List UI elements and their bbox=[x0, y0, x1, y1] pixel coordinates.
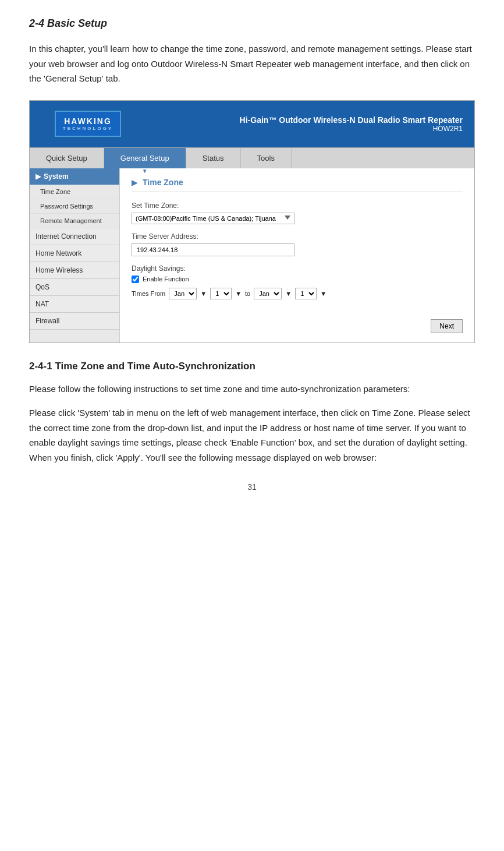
nav-tools[interactable]: Tools bbox=[241, 148, 292, 168]
section-icon: ▶ bbox=[132, 178, 138, 187]
to-day-select[interactable]: 1 bbox=[295, 288, 317, 299]
timezone-select[interactable]: (GMT-08:00)Pacific Time (US & Canada); T… bbox=[132, 213, 294, 224]
button-row: Next bbox=[132, 308, 463, 333]
brand-name: HAWKING bbox=[63, 116, 113, 126]
nav-quick-setup[interactable]: Quick Setup bbox=[30, 148, 104, 168]
timeserver-label: Time Server Address: bbox=[132, 232, 463, 241]
daylight-row: Daylight Savings: Enable Function Times … bbox=[132, 264, 463, 299]
sidebar-item-remote[interactable]: Remote Management bbox=[30, 214, 119, 228]
arrow-icon-4: ▼ bbox=[320, 290, 326, 297]
router-ui-screenshot: HAWKING TECHNOLOGY Hi-Gain™ Outdoor Wire… bbox=[29, 100, 475, 343]
sidebar-item-timezone[interactable]: Time Zone bbox=[30, 185, 119, 199]
product-model: HOW2R1 bbox=[240, 125, 463, 133]
sidebar: ▶ System Time Zone Password Settings Rem… bbox=[30, 168, 120, 342]
header-right: Hi-Gain™ Outdoor Wireless-N Dual Radio S… bbox=[146, 115, 474, 133]
nav-status[interactable]: Status bbox=[186, 148, 241, 168]
timezone-label: Set Time Zone: bbox=[132, 202, 463, 210]
page-title: 2-4 Basic Setup bbox=[29, 17, 475, 30]
sidebar-item-password[interactable]: Password Settings bbox=[30, 199, 119, 214]
sidebar-item-homewireless[interactable]: Home Wireless bbox=[30, 262, 119, 279]
enable-function-checkbox[interactable] bbox=[132, 276, 139, 283]
main-content: ▶ Time Zone Set Time Zone: (GMT-08:00)Pa… bbox=[120, 168, 474, 342]
triangle-icon: ▶ bbox=[36, 172, 41, 181]
sidebar-item-internet[interactable]: Internet Connection bbox=[30, 228, 119, 245]
intro-paragraph: In this chapter, you'll learn how to cha… bbox=[29, 41, 475, 86]
from-day-select[interactable]: 1 bbox=[210, 288, 232, 299]
arrow-icon-3: ▼ bbox=[285, 290, 292, 297]
arrow-icon-2: ▼ bbox=[235, 290, 242, 297]
arrow-icon-1: ▼ bbox=[200, 290, 207, 297]
system-label: System bbox=[44, 172, 69, 181]
sidebar-system-header[interactable]: ▶ System bbox=[30, 168, 119, 185]
router-header: HAWKING TECHNOLOGY Hi-Gain™ Outdoor Wire… bbox=[30, 101, 474, 147]
from-month-select[interactable]: Jan bbox=[169, 288, 197, 299]
section-241-para1: Please follow the following instructions… bbox=[29, 382, 475, 397]
next-button[interactable]: Next bbox=[431, 319, 463, 333]
daylight-times-row: Times From Jan ▼ 1 ▼ to Jan ▼ 1 bbox=[132, 288, 463, 299]
section-header: ▶ Time Zone bbox=[132, 178, 463, 192]
sidebar-item-firewall[interactable]: Firewall bbox=[30, 313, 119, 330]
nav-bar: Quick Setup General Setup Status Tools bbox=[30, 147, 474, 168]
brand-sub: TECHNOLOGY bbox=[63, 126, 113, 131]
to-label: to bbox=[245, 290, 250, 297]
section-title: Time Zone bbox=[143, 178, 183, 187]
enable-function-label: Enable Function bbox=[143, 276, 189, 283]
sidebar-item-homenetwork[interactable]: Home Network bbox=[30, 245, 119, 262]
enable-function-row: Enable Function bbox=[132, 276, 463, 283]
product-name: Hi-Gain™ Outdoor Wireless-N Dual Radio S… bbox=[240, 115, 463, 133]
to-month-select[interactable]: Jan bbox=[254, 288, 282, 299]
section-241-title: 2-4-1 Time Zone and Time Auto-Synchroniz… bbox=[29, 361, 475, 372]
timezone-row: Set Time Zone: (GMT-08:00)Pacific Time (… bbox=[132, 202, 463, 224]
page-number: 31 bbox=[29, 482, 475, 492]
timeserver-row: Time Server Address: bbox=[132, 232, 463, 256]
hawking-logo: HAWKING TECHNOLOGY bbox=[55, 111, 121, 137]
product-full-name: Hi-Gain™ Outdoor Wireless-N Dual Radio S… bbox=[240, 115, 463, 125]
timeserver-input[interactable] bbox=[132, 243, 294, 256]
daylight-label: Daylight Savings: bbox=[132, 264, 463, 273]
router-body: ▶ System Time Zone Password Settings Rem… bbox=[30, 168, 474, 342]
times-from-label: Times From bbox=[132, 290, 165, 297]
sidebar-item-nat[interactable]: NAT bbox=[30, 296, 119, 313]
sidebar-item-qos[interactable]: QoS bbox=[30, 279, 119, 296]
section-241-para2: Please click 'System' tab in menu on the… bbox=[29, 405, 475, 465]
logo-area: HAWKING TECHNOLOGY bbox=[30, 101, 146, 147]
nav-general-setup[interactable]: General Setup bbox=[104, 148, 186, 168]
